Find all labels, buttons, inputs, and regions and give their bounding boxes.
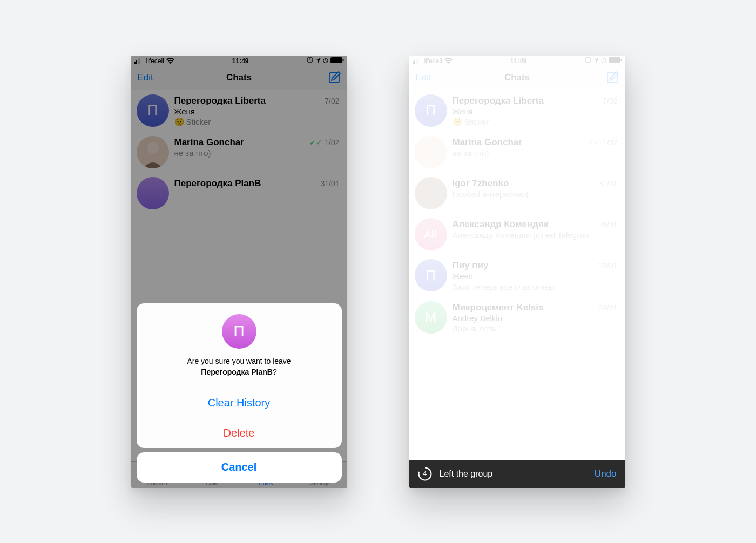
phone-screenshot-right: lifecell 11:49 Edit Chats П Перегородка … (409, 56, 625, 488)
action-sheet: П Are you sure you want to leave Перегор… (137, 303, 342, 482)
undo-button[interactable]: Undo (595, 469, 617, 479)
sheet-avatar: П (222, 314, 256, 349)
cancel-button[interactable]: Cancel (137, 452, 342, 483)
sheet-message: Are you sure you want to leave Перегород… (147, 356, 331, 377)
phone-screenshot-left: lifecell 11:49 Edit Chats П Перегородка … (131, 56, 347, 488)
fade-overlay (409, 56, 625, 488)
timer-count: 4 (418, 467, 432, 481)
sheet-header: П Are you sure you want to leave Перегор… (137, 303, 342, 387)
undo-toast: 4 Left the group Undo (409, 460, 625, 488)
timer-icon: 4 (418, 467, 432, 481)
toast-label: Left the group (440, 469, 587, 479)
delete-button[interactable]: Delete (137, 418, 342, 448)
clear-history-button[interactable]: Clear History (137, 388, 342, 418)
